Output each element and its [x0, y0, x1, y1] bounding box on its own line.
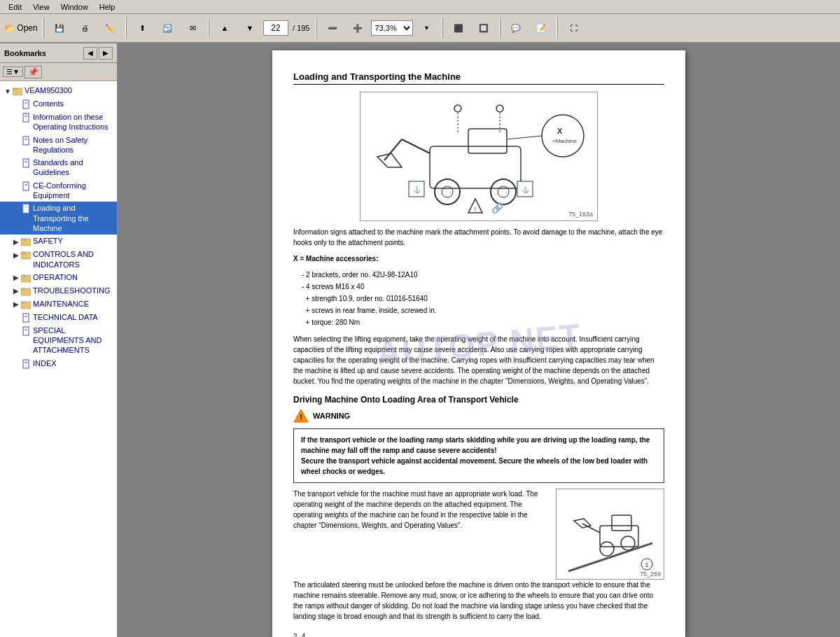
- list-item: + torque: 280 Nm: [302, 317, 664, 328]
- bookmark-icon-notes: [21, 136, 31, 146]
- pdf-page: AUTOP NET Loading and Transporting the M…: [272, 50, 685, 637]
- separator-1: [43, 18, 44, 38]
- separator-7: [556, 18, 558, 38]
- bookmark-icon-standards: [21, 158, 31, 168]
- toggle-maintenance: ▶: [11, 300, 21, 309]
- bookmark-icon-technical: [21, 313, 31, 323]
- next-page-button[interactable]: ▼: [238, 16, 262, 40]
- warning-label: WARNING: [313, 412, 350, 420]
- bookmark-icon-contents: [21, 99, 31, 109]
- back-button[interactable]: ⬆: [130, 16, 154, 40]
- folder-icon-safety: [21, 237, 31, 246]
- print-email-button[interactable]: 🖨: [73, 16, 97, 40]
- sidebar-item-notes[interactable]: Notes on Safety Regulations: [0, 134, 117, 157]
- menu-view[interactable]: View: [27, 1, 55, 13]
- fullscreen-button[interactable]: ⛶: [561, 16, 585, 40]
- sidebar-item-root[interactable]: ▼ VEAM950300: [0, 84, 117, 97]
- svg-point-40: [454, 105, 461, 112]
- svg-point-41: [496, 105, 503, 112]
- toggle-special: [11, 326, 21, 336]
- toggle-trouble: ▶: [11, 286, 21, 296]
- comment-button[interactable]: 💬: [504, 16, 528, 40]
- sidebar-item-index[interactable]: INDEX: [0, 357, 117, 370]
- bookmark-icon-ce: [21, 181, 31, 191]
- page-number-input[interactable]: [263, 20, 288, 36]
- toggle-loading: [11, 204, 21, 214]
- sidebar-options-button[interactable]: ☰▼: [3, 66, 23, 77]
- svg-rect-1: [13, 88, 17, 90]
- fit-page-button[interactable]: 🔲: [472, 16, 496, 40]
- open-button[interactable]: 📂 Open: [3, 16, 39, 40]
- zoom-out-button[interactable]: ➖: [321, 16, 344, 40]
- pdf-viewer[interactable]: AUTOP NET Loading and Transporting the M…: [118, 43, 840, 637]
- sidebar-item-technical[interactable]: TECHNICAL DATA: [0, 311, 117, 324]
- separator-3: [208, 18, 209, 38]
- folder-icon-operation: [21, 273, 31, 283]
- sidebar-item-ce[interactable]: CE-Conforming Equipment: [0, 179, 117, 202]
- svg-rect-2: [23, 100, 29, 108]
- svg-rect-56: [600, 526, 638, 547]
- toggle-technical: [11, 313, 21, 323]
- sidebar-label-contents: Contents: [33, 99, 64, 108]
- markup-button[interactable]: 📝: [529, 16, 553, 40]
- bookmark-icon-info: [21, 113, 31, 122]
- sidebar-item-trouble[interactable]: ▶ TROUBLESHOOTING: [0, 284, 117, 298]
- sidebar-title: Bookmarks: [4, 49, 46, 57]
- zoom-dropdown-button[interactable]: ▼: [414, 16, 438, 40]
- zoom-in-button[interactable]: ➕: [346, 16, 370, 40]
- sidebar-label-maintenance: MAINTENANCE: [33, 299, 89, 309]
- menubar: Edit View Window Help: [0, 0, 840, 14]
- svg-line-33: [384, 139, 402, 160]
- sidebar-label-technical: TECHNICAL DATA: [33, 312, 98, 322]
- sidebar-item-special[interactable]: SPECIAL EQUIPMENTS AND ATTACHMENTS: [0, 324, 117, 357]
- pdf-section-title: Loading and Transporting the Machine: [293, 71, 664, 85]
- folder-icon: [13, 86, 22, 96]
- svg-rect-19: [21, 275, 25, 276]
- transport-section-1: 1 75_269 The transport vehicle for the m…: [293, 489, 664, 580]
- svg-text:X: X: [557, 127, 563, 135]
- fit-width-button[interactable]: ⬛: [447, 16, 470, 40]
- svg-line-32: [402, 139, 430, 153]
- sidebar-item-contents[interactable]: Contents: [0, 97, 117, 111]
- main-area: Bookmarks ◀ ▶ ☰▼ 📌 ▼ VEAM950300 Contents: [0, 43, 840, 637]
- svg-rect-12: [23, 204, 29, 213]
- pdf-info-text: Information signs attached to the machin…: [293, 227, 664, 248]
- bookmark-icon-special: [21, 326, 31, 336]
- sidebar-collapse-button[interactable]: ◀: [83, 47, 97, 59]
- sidebar-item-safety[interactable]: ▶ SAFETY: [0, 234, 117, 248]
- sidebar-new-button[interactable]: 📌: [24, 66, 42, 78]
- sidebar-item-info[interactable]: Information on these Operating Instructi…: [0, 111, 117, 134]
- svg-text:⚓: ⚓: [522, 186, 530, 194]
- sidebar-item-controls[interactable]: ▶ CONTROLS AND INDICATORS: [0, 248, 117, 271]
- sidebar-item-maintenance[interactable]: ▶ MAINTENANCE: [0, 298, 117, 311]
- svg-point-36: [491, 179, 516, 204]
- vehicle-svg: 1: [561, 494, 659, 575]
- svg-rect-23: [21, 302, 25, 303]
- sidebar-item-loading[interactable]: Loading and Transporting the Machine: [0, 202, 117, 234]
- sidebar-item-operation[interactable]: ▶ OPERATION: [0, 271, 117, 284]
- sidebar-label-special: SPECIAL EQUIPMENTS AND ATTACHMENTS: [33, 326, 114, 356]
- list-item: - 2 brackets, order no. 42U-98-12A10: [302, 270, 664, 281]
- machine-svg: ⚓ ⚓ ! 🔗 X =Machine: [367, 97, 591, 216]
- history-button[interactable]: ↩️: [155, 16, 179, 40]
- menu-window[interactable]: Window: [55, 1, 94, 13]
- svg-rect-28: [23, 360, 29, 368]
- edit-button[interactable]: ✏️: [98, 16, 122, 40]
- sidebar-label-index: INDEX: [33, 358, 57, 368]
- sidebar: Bookmarks ◀ ▶ ☰▼ 📌 ▼ VEAM950300 Contents: [0, 43, 118, 637]
- warning-box: If the transport vehicle or the loading …: [293, 428, 664, 483]
- sidebar-item-standards[interactable]: Standards and Guidelines: [0, 156, 117, 179]
- save-button[interactable]: 💾: [48, 16, 71, 40]
- menu-edit[interactable]: Edit: [3, 1, 27, 13]
- list-item: + screws in rear frame, inside, screwed …: [302, 305, 664, 316]
- menu-help[interactable]: Help: [94, 1, 121, 13]
- list-item: + strength 10.9, order no. 01016-51640: [302, 293, 664, 304]
- sidebar-header: Bookmarks ◀ ▶: [0, 43, 117, 63]
- sidebar-label-info: Information on these Operating Instructi…: [33, 112, 114, 132]
- email-button[interactable]: ✉: [181, 16, 204, 40]
- zoom-select[interactable]: 50% 75% 73,3% 100% 125% 150%: [371, 20, 413, 36]
- bookmark-icon-index: [21, 359, 31, 369]
- sidebar-label-notes: Notes on Safety Regulations: [33, 135, 114, 155]
- prev-page-button[interactable]: ▲: [213, 16, 237, 40]
- sidebar-expand-button[interactable]: ▶: [99, 47, 113, 59]
